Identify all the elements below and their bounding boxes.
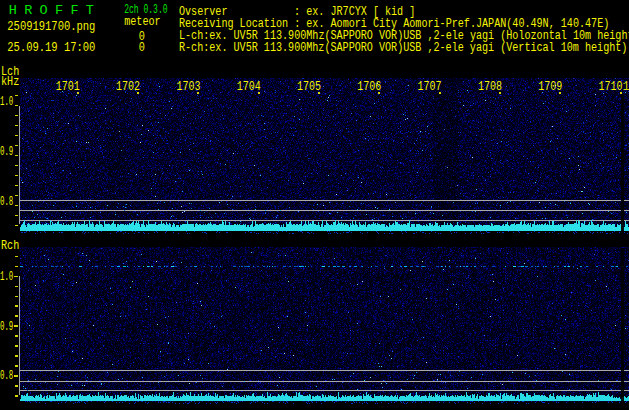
svg-text:1702: 1702 — [116, 80, 140, 94]
svg-text:H: H — [9, 3, 17, 18]
svg-text:1708: 1708 — [478, 80, 502, 94]
svg-text:R: R — [24, 3, 32, 18]
svg-text:0: 0 — [139, 41, 145, 55]
svg-text:1705: 1705 — [297, 80, 321, 94]
svg-text:F: F — [55, 3, 63, 18]
svg-text:1: 1 — [623, 80, 629, 94]
svg-text:1707: 1707 — [418, 80, 442, 94]
svg-text:1701: 1701 — [56, 80, 80, 94]
svg-text:T: T — [86, 3, 94, 18]
svg-text:0.9: 0.9 — [0, 320, 13, 334]
svg-text:Rch: Rch — [1, 239, 19, 253]
svg-text:F: F — [70, 3, 78, 18]
svg-text:1704: 1704 — [237, 80, 261, 94]
svg-text:0.8: 0.8 — [0, 195, 13, 209]
svg-text:R-ch:ex. UV5R 113.900Mhz(SAPPO: R-ch:ex. UV5R 113.900Mhz(SAPPORO VOR)USB… — [179, 41, 627, 55]
svg-text:O: O — [40, 3, 48, 18]
svg-text:1703: 1703 — [176, 80, 200, 94]
svg-text:1706: 1706 — [357, 80, 381, 94]
svg-text:1.0: 1.0 — [0, 95, 13, 109]
svg-text:kHz: kHz — [1, 75, 19, 89]
svg-text:0.8: 0.8 — [0, 369, 13, 383]
svg-text:25.09.19 17:00: 25.09.19 17:00 — [7, 41, 95, 55]
svg-text:1709: 1709 — [538, 80, 562, 94]
svg-text:0.9: 0.9 — [0, 145, 13, 159]
svg-text:1710: 1710 — [599, 80, 623, 94]
svg-text:1.0: 1.0 — [0, 270, 13, 284]
svg-text:2509191700.png: 2509191700.png — [7, 20, 95, 34]
svg-text:meteor: meteor — [124, 15, 160, 29]
